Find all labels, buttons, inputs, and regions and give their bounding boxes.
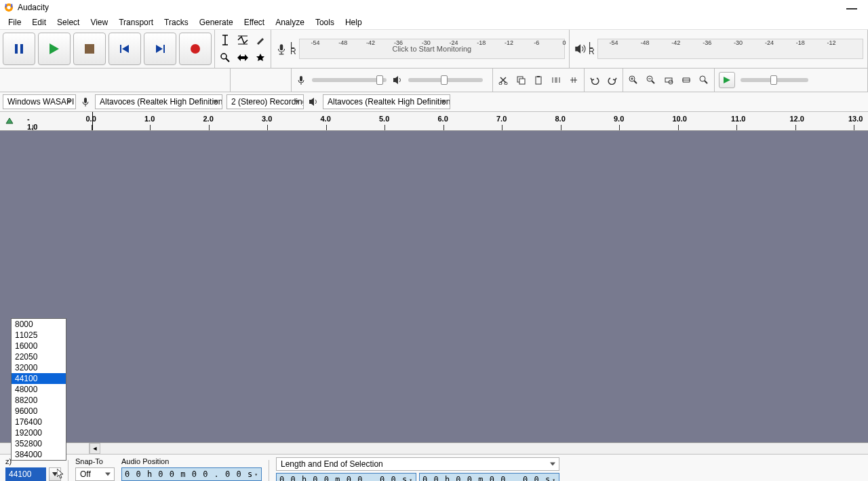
copy-button[interactable]	[512, 71, 530, 89]
copy-icon	[516, 75, 526, 85]
audio-host-select[interactable]: Windows WASAPI	[3, 94, 76, 109]
rate-option[interactable]: 192000	[12, 427, 66, 438]
rate-option[interactable]: 16000	[12, 341, 66, 351]
rate-option[interactable]: 384000	[12, 449, 66, 460]
menu-help[interactable]: Help	[340, 16, 368, 29]
meter-tick: -24	[765, 39, 774, 46]
svg-rect-18	[280, 44, 283, 50]
selection-start-display[interactable]: 0 0 h 0 0 m 0 0 . 0 0 s	[276, 473, 416, 481]
meter-tick: -48	[338, 39, 347, 46]
redo-button[interactable]	[604, 71, 621, 89]
menu-file[interactable]: File	[3, 16, 26, 29]
project-rate-input[interactable]	[5, 467, 46, 481]
menu-generate[interactable]: Generate	[194, 16, 239, 29]
play-button[interactable]	[38, 33, 71, 65]
playback-meter[interactable]: LR -54-48-42-36-30-24-18-12	[570, 30, 868, 68]
menu-tracks[interactable]: Tracks	[159, 16, 194, 29]
horizontal-scrollbar[interactable]: ◄	[0, 443, 868, 454]
timeline-pin[interactable]	[0, 112, 19, 130]
app-title: Audacity	[18, 3, 49, 12]
playback-volume-slider[interactable]	[408, 78, 483, 82]
silence-button[interactable]	[565, 71, 583, 89]
draw-tool[interactable]	[252, 31, 269, 49]
minimize-button[interactable]	[846, 8, 857, 9]
svg-marker-6	[50, 43, 59, 54]
project-rate-dropdown-list[interactable]: 8000110251600022050320004410048000882009…	[11, 318, 66, 461]
zoom-in-button[interactable]	[625, 71, 642, 89]
rate-option[interactable]: 44100	[12, 373, 66, 384]
meter-tick: -30	[734, 39, 743, 46]
fit-selection-button[interactable]	[660, 71, 677, 89]
pin-icon	[5, 117, 14, 126]
svg-line-44	[705, 81, 707, 83]
svg-rect-26	[536, 77, 541, 84]
project-rate-dropdown-button[interactable]	[49, 467, 61, 481]
rate-option[interactable]: 11025	[12, 330, 66, 341]
meter-tick: -30	[422, 39, 431, 46]
zoom-in-icon	[629, 75, 638, 85]
toolbar-row-1: LR Click to Start Monitoring -54-48-42-3…	[0, 30, 868, 69]
timeline-ruler[interactable]: - 1.00.01.02.03.04.05.06.07.08.09.010.01…	[19, 112, 868, 130]
track-area[interactable]	[0, 131, 868, 443]
envelope-tool[interactable]	[234, 31, 252, 49]
playback-speed-slider[interactable]	[741, 78, 808, 82]
recording-volume-slider[interactable]	[312, 78, 387, 82]
meter-tick: -12	[827, 39, 836, 46]
menu-tools[interactable]: Tools	[310, 16, 340, 29]
skip-end-button[interactable]	[144, 33, 176, 65]
selection-end-display[interactable]: 0 0 h 0 0 m 0 0 . 0 0 s	[419, 473, 559, 481]
recording-channels-select[interactable]: 2 (Stereo) Recording	[226, 94, 304, 109]
skip-start-icon	[119, 43, 130, 54]
stop-button[interactable]	[73, 33, 106, 65]
menu-effect[interactable]: Effect	[239, 16, 270, 29]
trim-button[interactable]	[547, 71, 565, 89]
audio-position-display[interactable]: 0 0 h 0 0 m 0 0 . 0 0 s	[121, 467, 262, 481]
svg-point-15	[221, 54, 226, 59]
timeshift-tool[interactable]	[234, 49, 252, 66]
rate-option[interactable]: 96000	[12, 406, 66, 417]
zoom-out-icon	[646, 75, 656, 85]
paste-button[interactable]	[530, 71, 547, 89]
fit-proj-icon	[682, 75, 691, 85]
scroll-left-button[interactable]: ◄	[90, 443, 100, 454]
rate-option[interactable]: 22050	[12, 351, 66, 362]
speaker-icon	[308, 96, 319, 107]
zoom-out-button[interactable]	[642, 71, 660, 89]
menu-analyze[interactable]: Analyze	[270, 16, 310, 29]
meter-tick: -42	[366, 39, 375, 46]
rate-option[interactable]: 8000	[12, 319, 66, 330]
multi-icon	[256, 53, 265, 62]
selection-tool[interactable]	[216, 31, 234, 49]
speaker-icon	[392, 75, 403, 85]
mic-icon	[80, 96, 91, 107]
snap-to-select[interactable]: Off	[75, 467, 115, 481]
selection-mode-select[interactable]: Length and End of Selection	[276, 457, 559, 471]
timeline[interactable]: - 1.00.01.02.03.04.05.06.07.08.09.010.01…	[0, 112, 868, 131]
playback-device-select[interactable]: Altavoces (Realtek High Definition	[323, 94, 450, 109]
multi-tool[interactable]	[252, 49, 269, 66]
undo-button[interactable]	[586, 71, 604, 89]
recording-meter-bar[interactable]: Click to Start Monitoring -54-48-42-36-3…	[299, 39, 565, 59]
menu-view[interactable]: View	[85, 16, 113, 29]
playback-meter-bar[interactable]: -54-48-42-36-30-24-18-12	[597, 39, 863, 59]
pause-button[interactable]	[3, 33, 35, 65]
selection-toolbar: z) Snap-To Off Audio Position 0 0 h 0 0 …	[0, 454, 868, 481]
rate-option[interactable]: 88200	[12, 395, 66, 406]
rate-option[interactable]: 176400	[12, 417, 66, 427]
record-button[interactable]	[179, 33, 212, 65]
zoom-tool[interactable]	[216, 49, 234, 66]
play-at-speed-button[interactable]	[719, 72, 735, 88]
menu-transport[interactable]: Transport	[113, 16, 159, 29]
recording-device-select[interactable]: Altavoces (Realtek High Definition	[95, 94, 222, 109]
recording-meter[interactable]: LR Click to Start Monitoring -54-48-42-3…	[271, 30, 570, 68]
rate-option[interactable]: 352800	[12, 438, 66, 449]
fit-project-button[interactable]	[677, 71, 695, 89]
trim-icon	[551, 75, 561, 85]
rate-option[interactable]: 32000	[12, 362, 66, 373]
menu-edit[interactable]: Edit	[26, 16, 52, 29]
skip-start-button[interactable]	[108, 33, 141, 65]
zoom-toggle-button[interactable]	[695, 71, 713, 89]
menu-select[interactable]: Select	[52, 16, 85, 29]
cut-button[interactable]	[494, 71, 512, 89]
rate-option[interactable]: 48000	[12, 384, 66, 395]
